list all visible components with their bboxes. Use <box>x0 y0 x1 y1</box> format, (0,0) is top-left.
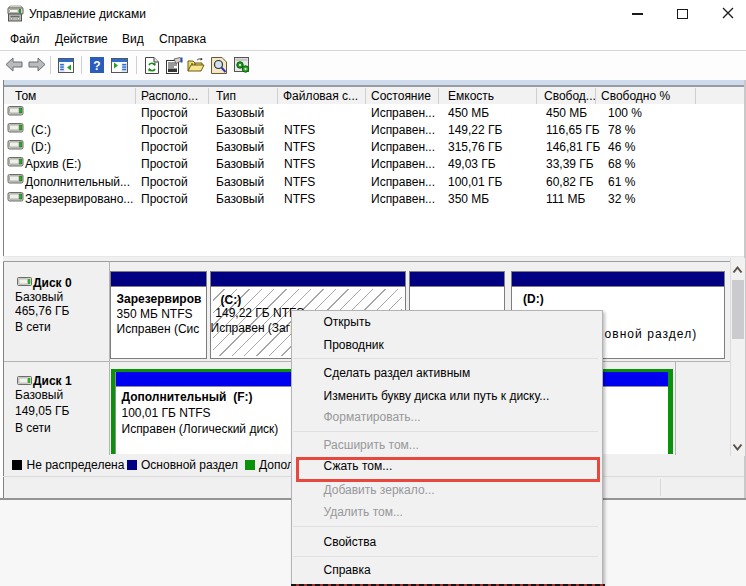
svg-text:?: ? <box>93 59 100 73</box>
